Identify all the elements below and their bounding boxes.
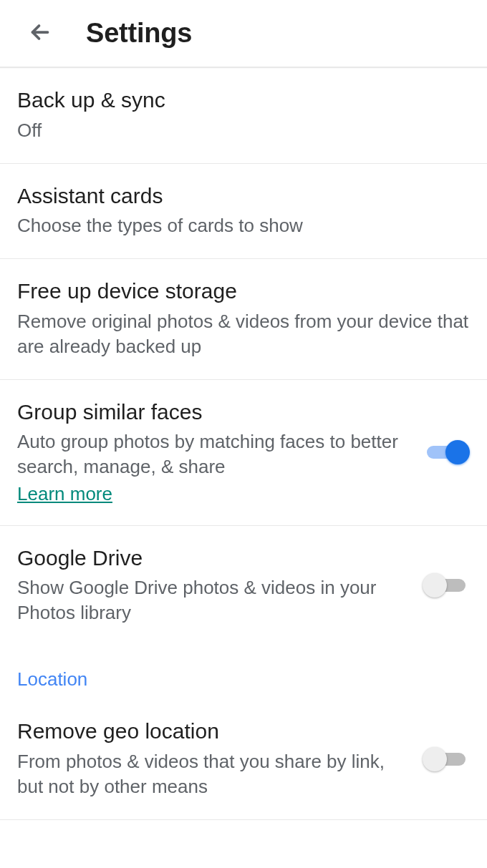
item-text: Back up & sync Off	[17, 87, 470, 143]
toggle-thumb	[423, 573, 447, 598]
item-title: Google Drive	[17, 545, 410, 572]
toggle-remove-geo-location[interactable]	[423, 744, 470, 773]
arrow-back-icon	[27, 19, 53, 48]
app-bar: Settings	[0, 0, 487, 68]
item-title: Free up device storage	[17, 278, 470, 305]
settings-item-group-similar-faces[interactable]: Group similar faces Auto group photos by…	[0, 380, 487, 526]
section-header-location: Location	[0, 645, 487, 699]
item-text: Group similar faces Auto group photos by…	[17, 399, 410, 505]
item-text: Free up device storage Remove original p…	[17, 278, 470, 359]
settings-item-free-up-storage[interactable]: Free up device storage Remove original p…	[0, 259, 487, 380]
item-text: Remove geo location From photos & videos…	[17, 718, 410, 799]
toggle-thumb	[445, 440, 470, 464]
item-title: Back up & sync	[17, 87, 470, 114]
settings-item-remove-geo-location[interactable]: Remove geo location From photos & videos…	[0, 699, 487, 820]
settings-list: Back up & sync Off Assistant cards Choos…	[0, 68, 487, 820]
toggle-google-drive[interactable]	[423, 570, 470, 599]
toggle-thumb	[423, 747, 447, 771]
item-subtitle: Remove original photos & videos from you…	[17, 309, 470, 359]
back-button[interactable]	[20, 14, 60, 54]
item-subtitle: From photos & videos that you share by l…	[17, 749, 410, 799]
page-title: Settings	[86, 18, 192, 49]
item-text: Assistant cards Choose the types of card…	[17, 182, 470, 239]
settings-item-assistant-cards[interactable]: Assistant cards Choose the types of card…	[0, 164, 487, 260]
item-text: Google Drive Show Google Drive photos & …	[17, 545, 410, 626]
item-title: Assistant cards	[17, 182, 470, 210]
item-subtitle: Choose the types of cards to show	[17, 213, 470, 238]
item-title: Remove geo location	[17, 718, 410, 745]
learn-more-link[interactable]: Learn more	[17, 483, 112, 505]
item-subtitle: Off	[17, 118, 470, 143]
settings-item-google-drive[interactable]: Google Drive Show Google Drive photos & …	[0, 526, 487, 646]
settings-item-backup-sync[interactable]: Back up & sync Off	[0, 68, 487, 164]
item-title: Group similar faces	[17, 399, 410, 426]
toggle-group-similar-faces[interactable]	[423, 437, 470, 466]
item-subtitle: Show Google Drive photos & videos in you…	[17, 575, 410, 625]
item-subtitle: Auto group photos by matching faces to b…	[17, 429, 410, 479]
